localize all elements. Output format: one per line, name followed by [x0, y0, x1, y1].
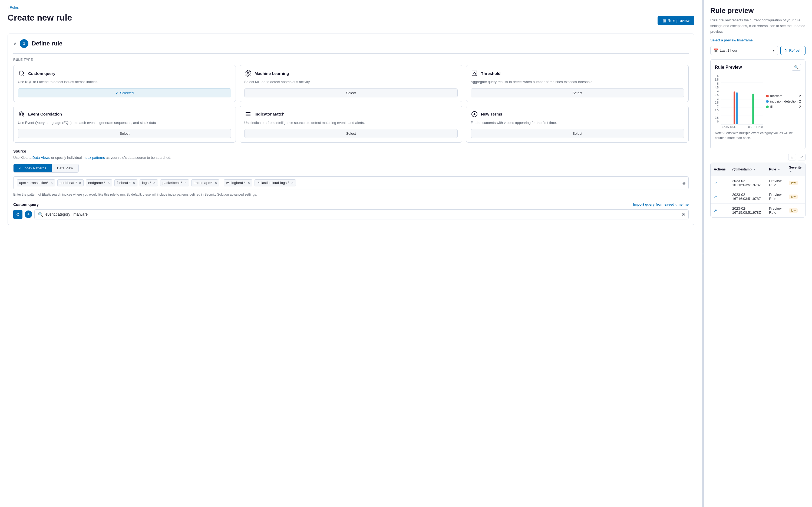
indicator-match-name: Indicator Match [254, 112, 285, 116]
index-patterns-link[interactable]: index patterns [83, 156, 105, 160]
event-correlation-name: Event Correlation [28, 112, 62, 116]
clear-all-tags-btn[interactable]: ⊗ [682, 180, 686, 185]
remove-auditbeat-tag[interactable]: × [79, 181, 81, 185]
index-tag-traces[interactable]: traces-apm* × [191, 179, 219, 186]
svg-rect-20 [734, 92, 735, 124]
import-timeline-link[interactable]: Import query from saved timeline [633, 203, 689, 207]
severity-2: low [789, 194, 798, 199]
add-filter-button[interactable]: + [24, 211, 32, 218]
collapse-icon[interactable]: ∨ [13, 41, 16, 46]
custom-query-label: Custom query [13, 203, 39, 207]
data-table-section: ⊞ ⤢ Actions @timestamp ▾ Rule [710, 154, 806, 218]
remove-logs-tag[interactable]: × [153, 181, 155, 185]
chart-legend: malware 2 intrusion_detection 2 file 2 [763, 74, 801, 128]
remove-filebeat-tag[interactable]: × [133, 181, 135, 185]
table-columns-btn[interactable]: ⊞ [788, 154, 796, 160]
timeframe-row: 📅 Last 1 hour ▾ ↻ Refresh [710, 46, 806, 55]
svg-line-7 [23, 115, 24, 116]
remove-traces-tag[interactable]: × [215, 181, 217, 185]
custom-query-select-btn[interactable]: ✓ Selected [18, 89, 231, 97]
y-axis: 6 5.5 5 4.5 4 3.5 3 2.5 2 1.5 1 0.5 0 [715, 74, 721, 128]
row-link-1[interactable]: ↗ [714, 181, 717, 185]
search-query-icon: 🔍 [38, 212, 43, 217]
event-correlation-select-btn[interactable]: Select [18, 129, 231, 138]
custom-query-name: Custom query [28, 71, 55, 76]
rule-type-event-correlation[interactable]: Event Correlation Use Event Query Langua… [13, 106, 236, 143]
svg-rect-21 [736, 93, 738, 124]
rule-type-threshold[interactable]: Threshold Aggregate query results to det… [466, 65, 689, 102]
rule-type-new-terms[interactable]: New Terms Find documents with values app… [466, 106, 689, 143]
rule-type-ml[interactable]: Machine Learning Select ML job to detect… [240, 65, 462, 102]
timestamp-2: 2023-02-16T16:03:51.978Z [729, 190, 766, 204]
rule-2: Preview Rule [766, 190, 786, 204]
section-title: Define rule [32, 40, 62, 47]
source-label: Source [13, 149, 689, 153]
index-tag-elastic-cloud[interactable]: -*elastic-cloud-logs-* × [254, 179, 296, 186]
rule-3: Preview Rule [766, 204, 786, 218]
data-table: Actions @timestamp ▾ Rule ▾ Severity [710, 163, 805, 217]
ml-desc: Select ML job to detect anomalous activi… [244, 79, 458, 85]
malware-dot [766, 95, 769, 97]
remove-endgame-tag[interactable]: × [108, 181, 110, 185]
legend-malware: malware 2 [766, 94, 801, 98]
threshold-select-btn[interactable]: Select [471, 89, 684, 97]
step-badge: 1 [20, 39, 28, 48]
remove-apm-tag[interactable]: × [51, 181, 53, 185]
table-row: ↗ 2023-02-16T15:08:51.978Z Preview Rule … [710, 204, 805, 218]
select-timeframe-link[interactable]: Select a preview timeframe [710, 38, 806, 42]
filter-button[interactable]: ⚙ [13, 210, 22, 219]
index-hint: Enter the pattern of Elasticsearch indic… [13, 192, 689, 197]
table-fullscreen-btn[interactable]: ⤢ [798, 154, 806, 160]
svg-rect-5 [472, 71, 477, 76]
chart-note: Note: Alerts with multiple event.categor… [715, 131, 801, 140]
breadcrumb[interactable]: Rules [8, 5, 694, 9]
rule-types-grid: Custom query Use KQL or Lucene to detect… [13, 65, 689, 143]
tab-data-view[interactable]: Data View [52, 164, 78, 172]
index-tag-winlogbeat[interactable]: winlogbeat-* × [224, 179, 252, 186]
tab-index-patterns[interactable]: ✓ Index Patterns [13, 164, 52, 172]
source-tab-group: ✓ Index Patterns Data View [13, 164, 79, 173]
event-correlation-icon [18, 110, 25, 118]
bar-chart-icon: ▦ [662, 18, 666, 23]
data-views-link[interactable]: Data Views [33, 156, 50, 160]
severity-3: low [789, 208, 798, 213]
timeframe-select[interactable]: 📅 Last 1 hour ▾ [710, 46, 778, 55]
query-input[interactable] [46, 212, 680, 216]
row-link-2[interactable]: ↗ [714, 194, 717, 199]
refresh-button[interactable]: ↻ Refresh [780, 46, 806, 55]
svg-point-3 [246, 71, 250, 75]
new-terms-name: New Terms [481, 112, 502, 116]
table-row: ↗ 2023-02-16T16:03:51.978Z Preview Rule … [710, 176, 805, 190]
index-tag-endgame[interactable]: endgame-* × [86, 179, 112, 186]
remove-elastic-cloud-tag[interactable]: × [291, 181, 293, 185]
rule-preview-button[interactable]: ▦ Rule preview [657, 16, 694, 25]
rule-type-custom-query[interactable]: Custom query Use KQL or Lucene to detect… [13, 65, 236, 102]
svg-rect-22 [752, 94, 754, 124]
intrusion-dot [766, 100, 769, 103]
indicator-match-select-btn[interactable]: Select [244, 129, 458, 138]
col-severity[interactable]: Severity ▾ [786, 163, 805, 176]
rule-type-label: Rule type [13, 58, 689, 62]
col-timestamp[interactable]: @timestamp ▾ [729, 163, 766, 176]
ml-name: Machine Learning [254, 71, 289, 76]
ml-select-btn[interactable]: Select [244, 89, 458, 97]
row-link-3[interactable]: ↗ [714, 208, 717, 213]
index-tag-auditbeat[interactable]: auditbeat-* × [57, 179, 83, 186]
query-clear-btn[interactable]: ⊗ [682, 212, 685, 217]
index-tag-logs[interactable]: logs-* × [139, 179, 158, 186]
remove-winlogbeat-tag[interactable]: × [248, 181, 250, 185]
timestamp-1: 2023-02-16T16:03:51.978Z [729, 176, 766, 190]
index-tag-apm[interactable]: apm-*-transaction* × [17, 179, 55, 186]
threshold-icon [471, 69, 478, 77]
rule-type-indicator-match[interactable]: Indicator Match Use indicators from inte… [240, 106, 462, 143]
x-axis-labels: 02-16 10:30 02-16 11:00 [721, 124, 763, 128]
event-correlation-desc: Use Event Query Language (EQL) to match … [18, 120, 231, 125]
col-rule[interactable]: Rule ▾ [766, 163, 786, 176]
new-terms-select-btn[interactable]: Select [471, 129, 684, 138]
index-tag-packetbeat[interactable]: packetbeat-* × [160, 179, 189, 186]
rule-1: Preview Rule [766, 176, 786, 190]
index-tag-filebeat[interactable]: filebeat-* × [114, 179, 138, 186]
legend-file: file 2 [766, 105, 801, 109]
remove-packetbeat-tag[interactable]: × [184, 181, 187, 185]
inspect-chart-btn[interactable]: 🔍 [792, 64, 801, 71]
